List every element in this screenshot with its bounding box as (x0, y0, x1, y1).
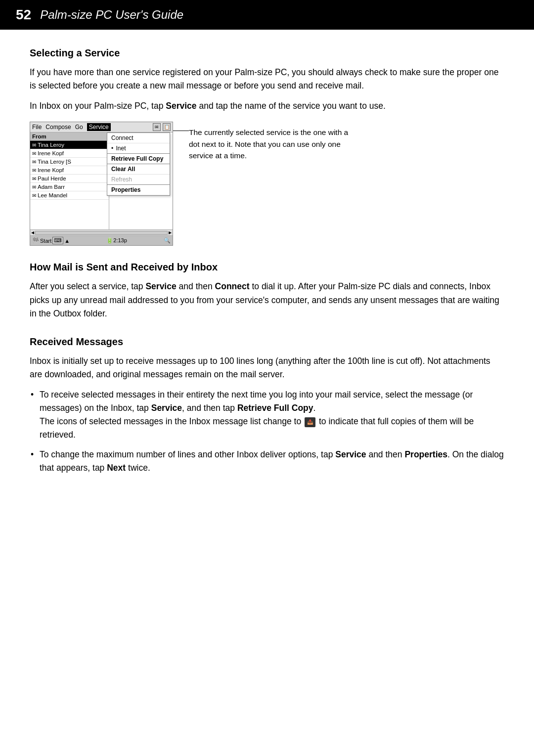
main-content: Selecting a Service If you have more tha… (0, 30, 534, 508)
bullet1-bold-retrieve: Retrieve Full Copy (237, 403, 313, 413)
bullet2-prefix: To change the maximum number of lines an… (40, 449, 335, 459)
section-received-messages: Received Messages Inbox is initially set… (30, 336, 504, 475)
sender-irene-kopf-2: Irene Kopf (38, 167, 64, 173)
dropdown-refresh[interactable]: Refresh (107, 175, 170, 185)
menu-compose[interactable]: Compose (45, 124, 71, 131)
keyboard-icon[interactable]: ⌨ (52, 237, 63, 244)
device-screenshot: File Compose Go Service ✉ 📋 From (30, 122, 173, 246)
dropdown-clear-all[interactable]: Clear All (107, 164, 170, 175)
taskbar-start-area: 🏁 Start ⌨ ▲ (32, 237, 70, 244)
received-messages-list: To receive selected messages in their en… (30, 388, 504, 475)
guide-title: Palm-size PC User's Guide (40, 8, 183, 22)
email-icon-adam: ✉ (32, 184, 36, 190)
bullet2-bold-service: Service (335, 449, 366, 459)
device-menubar: File Compose Go Service ✉ 📋 (30, 122, 173, 133)
scroll-track[interactable] (35, 231, 168, 235)
bullet1-bold-service: Service (151, 403, 182, 413)
bullet1-rest: . (313, 403, 316, 413)
sender-paul-herde: Paul Herde (38, 176, 66, 181)
bullet-item-2: To change the maximum number of lines an… (40, 448, 504, 475)
service-dropdown: Connect • Inet Retrieve Full Copy Clear … (107, 133, 170, 196)
email-row-irene-kopf-1[interactable]: ✉ Irene Kopf (30, 149, 109, 158)
from-column-header: From (32, 133, 46, 139)
device-body: From ✉ Tina Leroy ✉ Irene Kopf ✉ Tina (30, 133, 173, 229)
email-row-lee-mandel[interactable]: ✉ Lee Mandel (30, 191, 109, 200)
bullet1-mid: , and then tap (182, 403, 237, 413)
dropdown-inet[interactable]: • Inet (107, 143, 170, 154)
annotation-line (173, 131, 189, 131)
email-icon-lee: ✉ (32, 193, 36, 198)
menu-go[interactable]: Go (75, 124, 83, 131)
start-label[interactable]: Start (40, 238, 51, 244)
sender-tina-leroy-s: Tina Leroy [S (38, 159, 71, 165)
menu-service[interactable]: Service (87, 123, 111, 131)
email-row-irene-kopf-2[interactable]: ✉ Irene Kopf (30, 166, 109, 175)
dropdown-connect[interactable]: Connect (107, 133, 170, 143)
heading-received-messages: Received Messages (30, 336, 504, 348)
scroll-right-arrow[interactable]: ▶ (168, 230, 173, 235)
email-row-tina-leroy[interactable]: ✉ Tina Leroy (30, 141, 109, 149)
sender-adam-barr: Adam Barr (38, 184, 65, 190)
scroll-left-arrow[interactable]: ◀ (30, 230, 35, 235)
menubar-icon2[interactable]: 📋 (163, 123, 171, 131)
page-header: 52 Palm-size PC User's Guide (0, 0, 534, 30)
email-icon-tina-s: ✉ (32, 159, 36, 165)
sender-tina-leroy: Tina Leroy (38, 142, 64, 148)
page-number: 52 (16, 7, 31, 23)
scrollbar-row: ◀ ▶ (30, 229, 173, 235)
bullet2-bold-properties: Properties (404, 449, 447, 459)
retrieve-full-copy-icon: 📥 (305, 417, 315, 427)
email-icon-tina: ✉ (32, 142, 36, 148)
email-row-adam-barr[interactable]: ✉ Adam Barr (30, 183, 109, 191)
taskbar-system-icon: 🔍 (164, 237, 171, 244)
heading-how-mail-sent: How Mail is Sent and Received by Inbox (30, 262, 504, 273)
menu-file[interactable]: File (32, 124, 42, 131)
section2-mid: and then (177, 281, 215, 291)
email-row-paul-herde[interactable]: ✉ Paul Herde (30, 175, 109, 183)
section1-para1: If you have more than one service regist… (30, 66, 504, 92)
section1-para2-prefix: In Inbox on your Palm-size PC, tap (30, 101, 166, 111)
taskbar-time: 🔋2:13p (106, 237, 127, 244)
dropdown-properties[interactable]: Properties (107, 185, 170, 195)
section1-para2: In Inbox on your Palm-size PC, tap Servi… (30, 99, 504, 113)
annotation-text: The currently selected service is the on… (189, 128, 348, 160)
start-logo: 🏁 (32, 237, 39, 244)
bullet1-sub: The icons of selected messages in the In… (40, 416, 301, 426)
device-taskbar: 🏁 Start ⌨ ▲ 🔋2:13p 🔍 (30, 235, 173, 245)
section-selecting-service: Selecting a Service If you have more tha… (30, 47, 504, 246)
bullet2-mid: and then (366, 449, 405, 459)
section2-para1: After you select a service, tap Service … (30, 280, 504, 320)
list-spacer (30, 200, 109, 229)
menubar-icon1[interactable]: ✉ (153, 123, 161, 131)
email-icon-paul: ✉ (32, 176, 36, 181)
section-how-mail-sent: How Mail is Sent and Received by Inbox A… (30, 262, 504, 320)
taskbar-arrow: ▲ (64, 238, 70, 244)
section1-para2-rest: and tap the name of the service you want… (197, 101, 386, 111)
bullet2-end: twice. (126, 463, 150, 473)
bullet-item-1: To receive selected messages in their en… (40, 388, 504, 442)
email-icon-irene2: ✉ (32, 168, 36, 173)
section1-bold-service: Service (166, 101, 196, 111)
bullet2-bold-next: Next (107, 463, 126, 473)
email-row-tina-leroy-s[interactable]: ✉ Tina Leroy [S (30, 158, 109, 166)
section3-para1: Inbox is initially set up to receive mes… (30, 355, 504, 381)
email-list-header: From (30, 133, 109, 141)
sender-irene-kopf-1: Irene Kopf (38, 150, 64, 156)
section2-bold-service: Service (145, 281, 176, 291)
email-list-pane: From ✉ Tina Leroy ✉ Irene Kopf ✉ Tina (30, 133, 109, 229)
email-icon-irene1: ✉ (32, 151, 36, 156)
heading-selecting-service: Selecting a Service (30, 47, 504, 59)
sender-lee-mandel: Lee Mandel (38, 192, 67, 198)
screenshot-annotation: The currently selected service is the on… (189, 122, 357, 161)
dropdown-retrieve-full-copy[interactable]: Retrieve Full Copy (107, 154, 170, 164)
section2-bold-connect: Connect (215, 281, 250, 291)
menubar-icons: ✉ 📋 (153, 123, 171, 131)
screenshot-area: File Compose Go Service ✉ 📋 From (30, 122, 504, 246)
section2-prefix: After you select a service, tap (30, 281, 145, 291)
